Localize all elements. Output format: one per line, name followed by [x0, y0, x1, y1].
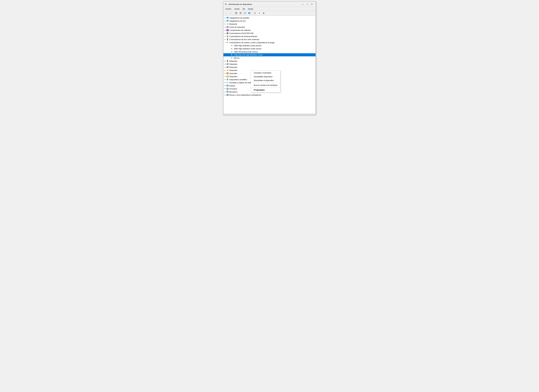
- tree-item-dispositivo-hd-audio[interactable]: ▶ Dispositivo de High Definition Audio: [223, 53, 316, 56]
- audio-icon: [231, 44, 233, 47]
- tree-item-dispositivos-2[interactable]: ▶ Dispositiv...: [223, 62, 316, 66]
- expand-icon: ▶: [224, 72, 226, 75]
- tree-item-dispositivos-3[interactable]: ▶ Dispositiv...: [223, 66, 316, 69]
- context-menu-separator-1: [251, 83, 280, 83]
- minimize-button[interactable]: —: [301, 3, 305, 6]
- svg-rect-39: [227, 63, 228, 65]
- svg-rect-16: [226, 20, 229, 21]
- back-button[interactable]: ←: [224, 11, 228, 15]
- expand-icon: ▶: [224, 66, 226, 68]
- tree-item-amd-hd-audio-2[interactable]: ▶ AMD High Definition Audio Device: [223, 47, 316, 50]
- expand-icon: ▶: [224, 69, 226, 71]
- firmware-icon: [226, 87, 229, 90]
- expand-icon: ▶: [224, 29, 226, 31]
- item-label: Bluetooth: [229, 23, 315, 25]
- tree-item-controladoras-ata[interactable]: ▶ Controladoras ATA/ATAPI IDE: [223, 32, 316, 35]
- svg-rect-53: [227, 86, 228, 86]
- item-label: Colas de impresión: [229, 26, 315, 28]
- audio-icon: [226, 81, 229, 84]
- item-label: Dispositivo de High Definition Audio: [234, 54, 315, 56]
- tree-item-controladoras-sonido[interactable]: ▼ Controladoras de sonido y vídeo y disp…: [223, 41, 316, 44]
- audio-icon: [226, 41, 229, 44]
- expand-icon: ▶: [224, 38, 226, 41]
- svg-rect-33: [231, 48, 232, 49]
- tree-item-microsoft-audio[interactable]: ▶ Micros...: [223, 56, 316, 59]
- tree-item-amd-streaming[interactable]: ▶ AMD Streaming Audio Device: [223, 50, 316, 53]
- svg-rect-38: [227, 61, 228, 62]
- device-icon: [226, 60, 229, 62]
- tree-item-colas-impresion[interactable]: ▶ Colas de impresión: [223, 25, 316, 28]
- update-button[interactable]: [239, 11, 243, 15]
- scan-button[interactable]: [247, 11, 251, 15]
- svg-point-12: [255, 12, 255, 13]
- context-menu-propiedades[interactable]: Propiedades: [251, 88, 280, 92]
- svg-rect-17: [227, 21, 228, 22]
- tree-item-amd-hd-audio-1[interactable]: ▶ AMD High Definition Audio Device: [223, 44, 316, 47]
- help-button[interactable]: ?: [243, 11, 247, 15]
- title-bar: ⚙ Administrador de dispositivos — □ ✕: [223, 1, 316, 7]
- tree-item-componentes-software[interactable]: ▶ Componentes de software: [223, 28, 316, 32]
- svg-rect-37: [227, 60, 228, 61]
- device-icon: [226, 17, 229, 19]
- svg-point-45: [228, 67, 228, 67]
- expand-icon: ▶: [224, 88, 226, 90]
- device-icon: [226, 38, 229, 41]
- item-label: Mouse y otros dispositivos señaladores: [229, 94, 315, 96]
- svg-point-44: [228, 67, 228, 67]
- expand-icon: ▶: [224, 75, 226, 78]
- maximize-button[interactable]: □: [305, 3, 309, 6]
- user-button[interactable]: [253, 11, 257, 15]
- svg-rect-51: [226, 82, 227, 83]
- item-label: AMD Streaming Audio Device: [234, 51, 315, 53]
- context-menu-actualizar[interactable]: Actualizar controlador: [251, 71, 280, 75]
- tree-item-adaptadores-red[interactable]: ▶ Adaptadores de red: [223, 19, 316, 22]
- tree-item-adaptadores-pantalla[interactable]: ▶ Adaptadores de pantalla: [223, 16, 316, 19]
- expand-icon: ▶: [224, 85, 226, 87]
- svg-rect-31: [226, 42, 227, 43]
- tree-item-bluetooth[interactable]: ▶ ʙ Bluetooth: [223, 22, 316, 25]
- audio-icon: [231, 51, 233, 53]
- svg-rect-58: [226, 91, 229, 92]
- context-menu-separator-2: [251, 87, 280, 88]
- menu-ver[interactable]: Ver: [241, 7, 247, 10]
- menu-ayuda[interactable]: Ayuda: [247, 7, 255, 10]
- svg-rect-11: [249, 14, 250, 14]
- menu-accion[interactable]: Acción: [233, 7, 241, 10]
- title-bar-left: ⚙ Administrador de dispositivos: [225, 3, 252, 5]
- svg-rect-36: [231, 57, 232, 58]
- svg-rect-19: [227, 26, 228, 27]
- item-label: Componentes de software: [229, 29, 315, 31]
- tree-item-mouse[interactable]: ▶ Mouse y otros dispositivos señaladores: [223, 93, 316, 96]
- download-button[interactable]: ⬇: [262, 11, 266, 15]
- item-label: Dispositiv...: [229, 66, 315, 68]
- context-menu-buscar[interactable]: Buscar cambios de hardware: [251, 83, 280, 87]
- tree-item-dispositivos-1[interactable]: ▶ Dispositiv...: [223, 59, 316, 62]
- svg-rect-63: [227, 94, 228, 95]
- svg-rect-3: [236, 14, 236, 14]
- tree-item-controladoras-bus[interactable]: ▶ Controladoras de bus serie universal: [223, 38, 316, 41]
- mouse-icon: [226, 94, 229, 96]
- close-button[interactable]: ✕: [310, 3, 314, 6]
- svg-rect-6: [240, 13, 241, 13]
- expand-icon: ▼: [224, 41, 226, 44]
- device-icon: [226, 35, 229, 38]
- device-manager-window: ⚙ Administrador de dispositivos — □ ✕ Ar…: [223, 1, 316, 115]
- title-controls: — □ ✕: [301, 3, 314, 6]
- tree-item-controladoras-almacenamiento[interactable]: ▶ Controladoras de almacenamiento: [223, 35, 316, 38]
- remove-button[interactable]: ✕: [257, 11, 261, 15]
- properties-button[interactable]: [234, 11, 238, 15]
- forward-button[interactable]: →: [229, 11, 232, 15]
- expand-icon: ▶: [224, 63, 226, 65]
- svg-rect-30: [227, 39, 228, 39]
- context-menu-deshabilitar[interactable]: Deshabilitar dispositivo: [251, 75, 280, 79]
- svg-rect-34: [231, 51, 232, 52]
- expand-icon: ▶: [224, 17, 226, 19]
- audio-icon: [231, 47, 233, 50]
- toolbar: ← → ? ✕ ⬇: [223, 11, 316, 16]
- device-icon: [226, 78, 229, 81]
- status-section-1: [223, 114, 254, 115]
- context-menu-desinstalar[interactable]: Desinstalar el dispositivo: [251, 79, 280, 82]
- menu-archivo[interactable]: Archivo: [224, 7, 233, 10]
- expand-icon: ▶: [224, 20, 226, 22]
- svg-rect-13: [226, 17, 229, 18]
